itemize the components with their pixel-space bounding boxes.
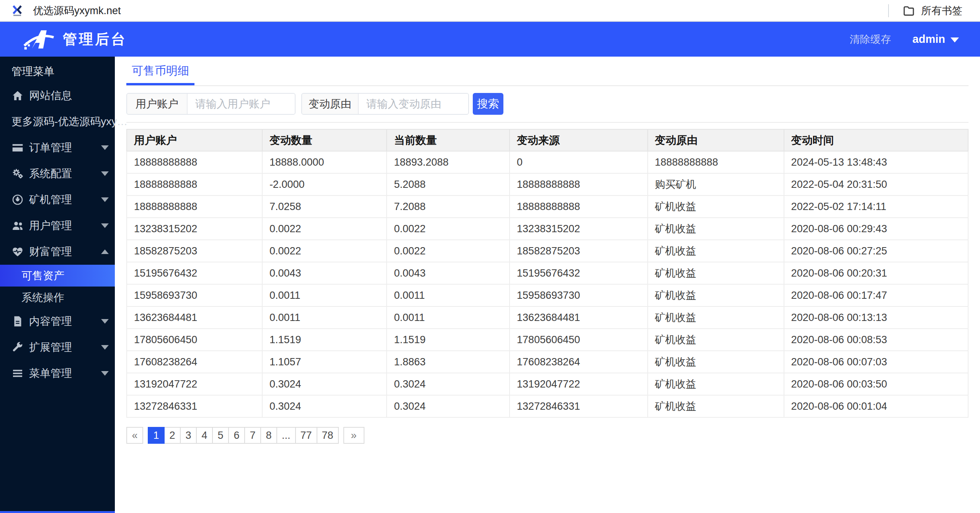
- table-row: 136236844810.00110.001113623684481矿机收益20…: [127, 306, 968, 329]
- table-cell: 18888888888: [127, 151, 262, 173]
- pagination-page-button[interactable]: 7: [244, 427, 261, 444]
- table-cell: 矿机收益: [648, 351, 784, 373]
- sidebar-item[interactable]: 菜单管理: [0, 360, 115, 386]
- table-cell: 18888888888: [127, 195, 262, 218]
- rebel-icon: [11, 194, 29, 206]
- change-reason-label: 变动原由: [302, 94, 359, 114]
- table-cell: 13272846331: [510, 395, 647, 417]
- table-cell: 0.0011: [262, 306, 387, 329]
- caret-down-icon: [101, 345, 109, 350]
- pagination-page-button[interactable]: 78: [317, 427, 339, 444]
- caret-down-icon: [101, 319, 109, 324]
- sidebar-item[interactable]: 用户管理: [0, 213, 115, 239]
- table-cell: 15958693730: [127, 284, 262, 306]
- table-cell: 7.0258: [262, 195, 387, 218]
- pagination-next-button[interactable]: »: [343, 427, 364, 444]
- table-cell: 2020-08-06 00:13:13: [784, 306, 968, 329]
- site-favicon-icon: [11, 4, 24, 17]
- table-cell: 矿机收益: [648, 218, 784, 240]
- sidebar-item-label: 财富管理: [29, 244, 72, 259]
- pagination-page-button[interactable]: 4: [196, 427, 213, 444]
- sidebar-item[interactable]: 内容管理: [0, 308, 115, 334]
- table-header-row: 用户账户变动数量当前数量变动来源变动原由变动时间: [127, 129, 968, 151]
- wrench-icon: [11, 341, 29, 353]
- sidebar-item[interactable]: 扩展管理: [0, 334, 115, 360]
- table-cell: 0.0022: [387, 240, 510, 262]
- table-cell: 17608238264: [510, 351, 647, 373]
- chevron-down-icon: [951, 37, 959, 42]
- table-cell: 15958693730: [510, 284, 647, 306]
- table-cell: 0: [510, 151, 647, 173]
- table-row: 132728463310.30240.302413272846331矿机收益20…: [127, 395, 968, 417]
- user-menu[interactable]: admin: [913, 33, 959, 46]
- column-header: 变动时间: [784, 129, 968, 151]
- pagination-page-button[interactable]: 3: [180, 427, 197, 444]
- table-row: 1888888888818888.000018893.2088018888888…: [127, 151, 968, 173]
- table-row: 18888888888-2.00005.208818888888888购买矿机2…: [127, 173, 968, 195]
- folder-icon: [903, 5, 915, 17]
- table-cell: 18582875203: [127, 240, 262, 262]
- browser-bar-divider: [888, 4, 889, 17]
- pagination-page-button[interactable]: 1: [148, 427, 165, 444]
- pagination-page-button[interactable]: 77: [295, 427, 317, 444]
- search-button[interactable]: 搜索: [473, 93, 503, 115]
- table-cell: 15195676432: [510, 262, 647, 284]
- sidebar-bottom-strip: [0, 511, 115, 513]
- table-cell: 15195676432: [127, 262, 262, 284]
- all-bookmarks-button[interactable]: 所有书签: [903, 4, 962, 18]
- table-row: 131920477220.30240.302413192047722矿机收益20…: [127, 373, 968, 395]
- sidebar-item-label: 菜单管理: [29, 366, 72, 381]
- sidebar-subitem[interactable]: 系统操作: [0, 287, 115, 308]
- caret-down-icon: [101, 145, 109, 150]
- browser-tab-title: 优选源码yxymk.net: [33, 4, 121, 18]
- column-header: 用户账户: [127, 129, 262, 151]
- sidebar-item[interactable]: 系统配置: [0, 161, 115, 187]
- table-cell: 0.0022: [262, 240, 387, 262]
- sidebar-subitem-active[interactable]: 可售资产: [0, 265, 115, 287]
- app-title: 管理后台: [63, 30, 127, 49]
- main-layout: 管理菜单 网站信息更多源码-优选源码yxy…订单管理系统配置矿机管理用户管理财富…: [0, 57, 980, 513]
- table-cell: 1.1519: [387, 329, 510, 351]
- pagination-page-button[interactable]: 8: [260, 427, 277, 444]
- clear-cache-button[interactable]: 清除缓存: [850, 33, 891, 46]
- column-header: 当前数量: [387, 129, 510, 151]
- table-cell: 13238315202: [510, 218, 647, 240]
- heartbeat-icon: [11, 246, 29, 258]
- sidebar-item[interactable]: 矿机管理: [0, 187, 115, 213]
- column-header: 变动原由: [648, 129, 784, 151]
- table-cell: 17805606450: [127, 329, 262, 351]
- table-cell: 13192047722: [127, 373, 262, 395]
- pagination-page-button[interactable]: 6: [228, 427, 245, 444]
- sidebar-item[interactable]: 订单管理: [0, 135, 115, 161]
- home-icon: [11, 90, 29, 102]
- table-cell: 0.0043: [262, 262, 387, 284]
- pagination-page-button[interactable]: 5: [212, 427, 229, 444]
- users-icon: [11, 220, 29, 232]
- change-reason-input[interactable]: [359, 94, 468, 114]
- table-cell: 2020-08-06 00:20:31: [784, 262, 968, 284]
- user-account-input[interactable]: [188, 94, 295, 114]
- sidebar-item[interactable]: 更多源码-优选源码yxy…: [0, 109, 115, 135]
- bars-icon: [11, 367, 29, 379]
- pagination-ellipsis: ...: [276, 427, 296, 444]
- tab-sellable-coin-detail[interactable]: 可售币明细: [126, 57, 194, 85]
- table-cell: 18888.0000: [262, 151, 387, 173]
- table-cell: 0.0011: [387, 284, 510, 306]
- sidebar: 管理菜单 网站信息更多源码-优选源码yxy…订单管理系统配置矿机管理用户管理财富…: [0, 57, 115, 513]
- table-cell: 2022-05-02 17:14:11: [784, 195, 968, 218]
- search-toolbar: 用户账户 变动原由 搜索: [126, 93, 969, 115]
- table-cell: 0.0011: [387, 306, 510, 329]
- column-header: 变动来源: [510, 129, 647, 151]
- caret-down-icon: [101, 371, 109, 376]
- pagination-prev-button[interactable]: «: [126, 427, 143, 444]
- change-reason-group: 变动原由: [301, 93, 469, 115]
- table-row: 151956764320.00430.004315195676432矿机收益20…: [127, 262, 968, 284]
- sidebar-item[interactable]: 财富管理: [0, 239, 115, 265]
- table-cell: 2020-08-06 00:17:47: [784, 284, 968, 306]
- pagination-page-button[interactable]: 2: [164, 427, 181, 444]
- table-row: 159586937300.00110.001115958693730矿机收益20…: [127, 284, 968, 306]
- table-cell: 矿机收益: [648, 373, 784, 395]
- sidebar-item[interactable]: 网站信息: [0, 83, 115, 109]
- table-cell: 购买矿机: [648, 173, 784, 195]
- table-cell: 13272846331: [127, 395, 262, 417]
